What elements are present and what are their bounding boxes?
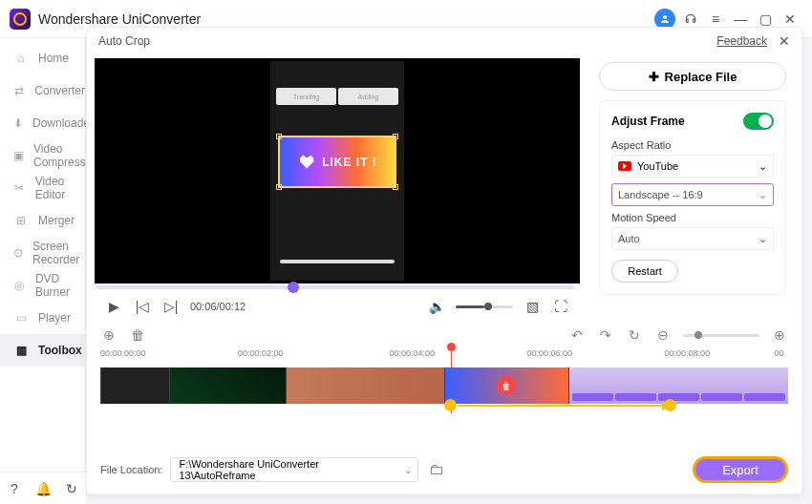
app-title: Wondershare UniConverter (38, 11, 201, 27)
drag-arrow (458, 405, 664, 407)
zoom-slider[interactable] (683, 334, 759, 337)
sidebar-item-label: Downloader (32, 116, 94, 130)
play-icon: ▭ (13, 310, 29, 326)
replace-file-label: Replace File (665, 70, 737, 84)
replace-file-button[interactable]: ✚ Replace File (599, 62, 786, 91)
chevron-down-icon: ⌄ (759, 233, 767, 245)
video-preview[interactable]: Trending Adding LIKE IT ! (95, 58, 580, 284)
sidebar-item-label: Home (38, 52, 69, 65)
snapshot-icon[interactable]: ▧ (523, 297, 542, 316)
volume-icon[interactable]: 🔈 (427, 297, 446, 316)
youtube-icon (618, 161, 631, 171)
play-button[interactable]: ▶ (104, 297, 123, 316)
convert-icon: ⇄ (13, 83, 25, 98)
sidebar: ⌂Home ⇄Converter ⬇Downloader ▣Video Comp… (0, 38, 86, 504)
browse-folder-button[interactable]: 🗀 (426, 459, 447, 480)
auto-crop-panel: Auto Crop Feedback ✕ Trending Adding (86, 27, 802, 494)
delete-clip-icon[interactable]: 🗑 (129, 326, 146, 344)
sidebar-item-merger[interactable]: ⊞Merger (0, 204, 85, 237)
sidebar-item-player[interactable]: ▭Player (0, 302, 85, 334)
sidebar-item-label: Video Editor (35, 175, 85, 201)
record-icon: ⊙ (13, 245, 23, 261)
timeline-clip[interactable] (100, 368, 169, 404)
preview-bottom-bar (280, 260, 395, 263)
refresh-icon[interactable]: ↻ (62, 479, 81, 498)
time-display: 00:06/00:12 (190, 301, 246, 312)
prev-frame-button[interactable]: |◁ (133, 297, 152, 316)
status-bar: ? 🔔 ↻ (0, 472, 86, 504)
merge-icon: ⊞ (13, 213, 29, 228)
sidebar-item-converter[interactable]: ⇄Converter (0, 74, 85, 107)
close-icon[interactable]: ✕ (779, 33, 790, 49)
sidebar-item-label: Converter (34, 84, 85, 97)
chevron-down-icon: ⌄ (759, 160, 767, 173)
chevron-down-icon: ⌄ (404, 465, 412, 475)
timeline-clip[interactable] (568, 368, 788, 404)
help-icon[interactable]: ? (5, 479, 24, 498)
sidebar-item-label: DVD Burner (35, 272, 85, 299)
restart-button[interactable]: Restart (611, 260, 678, 283)
ratio-select[interactable]: Landscape -- 16:9 ⌄ (611, 183, 774, 206)
sidebar-item-downloader[interactable]: ⬇Downloader (0, 107, 85, 139)
sidebar-item-label: Player (38, 311, 71, 325)
download-icon: ⬇ (13, 116, 23, 131)
sidebar-item-toolbox[interactable]: ▦Toolbox (0, 334, 85, 367)
redo-alt-icon[interactable]: ↻ (626, 326, 643, 344)
sidebar-item-home[interactable]: ⌂Home (0, 42, 85, 74)
ruler-tick: 00:00:04:00 (389, 348, 435, 358)
settings-panel: ✚ Replace File Adjust Frame Aspect Ratio… (591, 54, 801, 322)
playback-controls: ▶ |◁ ▷| 00:06/00:12 🔈 ▧ ⛶ (95, 291, 580, 322)
sidebar-item-label: Merger (38, 214, 75, 227)
feedback-link[interactable]: Feedback (716, 34, 767, 48)
sidebar-item-compressor[interactable]: ▣Video Compressor (0, 139, 85, 172)
add-clip-icon[interactable]: ⊕ (100, 326, 118, 344)
crop-frame[interactable]: LIKE IT ! (278, 136, 396, 188)
sidebar-item-dvd[interactable]: ◎DVD Burner (0, 269, 85, 302)
adjust-frame-toggle[interactable] (743, 113, 774, 130)
fullscreen-icon[interactable]: ⛶ (551, 297, 570, 316)
ruler-tick: 00 (775, 348, 784, 358)
timeline-toolbar: ⊕ 🗑 ↶ ↷ ↻ ⊖ ⊕ (87, 322, 801, 348)
timeline-ruler[interactable]: 00:00:00:00 00:00:02:00 00:00:04:00 00:0… (100, 348, 788, 366)
timeline-clip[interactable] (169, 368, 286, 404)
next-frame-button[interactable]: ▷| (161, 297, 181, 316)
heart-icon (297, 153, 316, 172)
ruler-tick: 00:00:06:00 (526, 348, 572, 358)
zoom-in-icon[interactable]: ⊕ (771, 326, 788, 344)
crop-handle-bl[interactable] (276, 184, 282, 190)
timeline-strip[interactable]: 🗑 (100, 368, 788, 404)
preview-tab-left: Trending (276, 88, 336, 105)
ruler-tick: 00:00:02:00 (238, 348, 284, 358)
zoom-out-icon[interactable]: ⊖ (654, 326, 672, 344)
file-location-row: File Location: F:\Wondershare UniConvert… (100, 455, 788, 484)
svg-point-0 (663, 15, 667, 19)
ruler-tick: 00:00:00:00 (100, 348, 146, 358)
bell-icon[interactable]: 🔔 (33, 479, 53, 498)
file-location-value: F:\Wondershare UniConverter 13\AutoRefra… (179, 458, 395, 481)
motion-speed-label: Motion Speed (611, 212, 774, 223)
redo-icon[interactable]: ↷ (597, 326, 614, 344)
sidebar-item-label: Screen Recorder (32, 240, 85, 266)
sidebar-item-recorder[interactable]: ⊙Screen Recorder (0, 237, 85, 269)
undo-icon[interactable]: ↶ (568, 326, 586, 344)
crop-handle-br[interactable] (393, 184, 398, 190)
export-button[interactable]: Export (693, 456, 788, 483)
crop-handle-tl[interactable] (276, 134, 282, 139)
drag-handle-start[interactable] (444, 399, 457, 411)
timeline-clip[interactable] (286, 368, 444, 404)
scissors-icon: ✂ (13, 180, 26, 196)
app-logo (10, 9, 31, 30)
panel-title: Auto Crop (98, 34, 150, 48)
plus-icon: ✚ (649, 70, 659, 84)
seek-bar[interactable] (96, 285, 574, 289)
platform-select[interactable]: YouTube ⌄ (611, 155, 774, 178)
file-location-label: File Location: (100, 464, 162, 475)
motion-speed-select[interactable]: Auto ⌄ (611, 227, 774, 250)
timeline-clip[interactable]: 🗑 (444, 368, 568, 404)
drag-handle-end[interactable] (664, 399, 676, 411)
volume-slider[interactable] (456, 305, 513, 308)
file-location-input[interactable]: F:\Wondershare UniConverter 13\AutoRefra… (170, 457, 418, 482)
delete-badge-icon[interactable]: 🗑 (497, 376, 516, 395)
crop-handle-tr[interactable] (393, 134, 398, 139)
sidebar-item-editor[interactable]: ✂Video Editor (0, 172, 85, 204)
